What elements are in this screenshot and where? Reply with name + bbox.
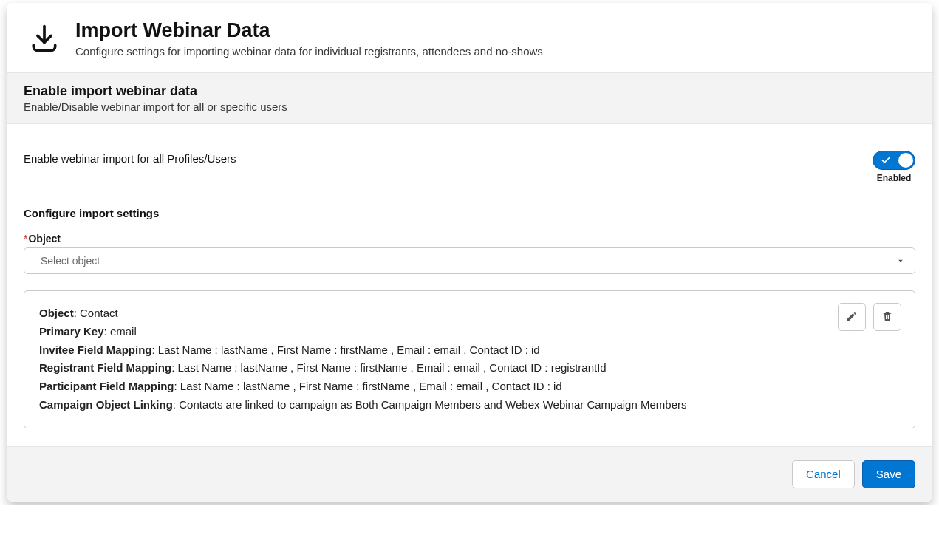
mapping-pk-value: email bbox=[110, 325, 137, 338]
mapping-object-value: Contact bbox=[80, 307, 118, 319]
object-select-placeholder: Select object bbox=[41, 255, 100, 267]
card-actions bbox=[838, 303, 901, 331]
edit-button[interactable] bbox=[838, 303, 866, 331]
object-label-text: Object bbox=[28, 233, 61, 245]
mapping-invitee-value: Last Name : lastName , First Name : firs… bbox=[158, 344, 540, 356]
section-desc: Enable/Disable webinar import for all or… bbox=[24, 100, 915, 113]
mapping-invitee-key: Invitee Field Mapping bbox=[39, 344, 152, 356]
enable-toggle-row: Enable webinar import for all Profiles/U… bbox=[24, 124, 915, 202]
mapping-campaign-line: Campaign Object Linking: Contacts are li… bbox=[39, 396, 689, 414]
enable-toggle-label: Enable webinar import for all Profiles/U… bbox=[24, 151, 236, 165]
mapping-content: Object: Contact Primary Key: email Invit… bbox=[39, 304, 689, 414]
page-subtitle: Configure settings for importing webinar… bbox=[75, 44, 543, 59]
page-title: Import Webinar Data bbox=[75, 19, 543, 42]
mapping-pk-line: Primary Key: email bbox=[39, 323, 689, 341]
enable-toggle-wrap: Enabled bbox=[873, 151, 915, 183]
toggle-knob bbox=[898, 153, 913, 168]
mapping-pk-key: Primary Key bbox=[39, 325, 104, 338]
toggle-state-label: Enabled bbox=[877, 173, 912, 183]
check-icon bbox=[881, 155, 891, 165]
mapping-registrant-line: Registrant Field Mapping: Last Name : la… bbox=[39, 359, 689, 378]
mapping-registrant-value: Last Name : lastName , First Name : firs… bbox=[178, 361, 607, 374]
object-field-label: *Object bbox=[24, 233, 915, 245]
modal-header: Import Webinar Data Configure settings f… bbox=[7, 3, 932, 72]
required-marker: * bbox=[24, 233, 27, 245]
save-button[interactable]: Save bbox=[862, 460, 915, 488]
mapping-card: Object: Contact Primary Key: email Invit… bbox=[24, 290, 915, 428]
chevron-down-icon bbox=[895, 256, 906, 266]
object-select[interactable]: Select object bbox=[24, 247, 915, 274]
pencil-icon bbox=[846, 310, 858, 324]
enable-toggle[interactable] bbox=[873, 151, 915, 170]
enable-section-header: Enable import webinar data Enable/Disabl… bbox=[7, 72, 932, 124]
modal-body: Enable webinar import for all Profiles/U… bbox=[7, 124, 932, 446]
mapping-participant-key: Participant Field Mapping bbox=[39, 380, 174, 392]
mapping-object-key: Object bbox=[39, 307, 74, 319]
mapping-participant-value: Last Name : lastName , First Name : firs… bbox=[180, 380, 562, 392]
mapping-campaign-key: Campaign Object Linking bbox=[39, 398, 173, 411]
delete-button[interactable] bbox=[873, 303, 901, 331]
header-text: Import Webinar Data Configure settings f… bbox=[75, 19, 543, 59]
mapping-registrant-key: Registrant Field Mapping bbox=[39, 361, 171, 374]
download-icon bbox=[28, 22, 61, 55]
mapping-campaign-value: Contacts are linked to campaign as Both … bbox=[179, 398, 686, 411]
import-webinar-modal: Import Webinar Data Configure settings f… bbox=[7, 3, 932, 502]
modal-footer: Cancel Save bbox=[7, 446, 932, 502]
mapping-invitee-line: Invitee Field Mapping: Last Name : lastN… bbox=[39, 341, 689, 360]
trash-icon bbox=[881, 310, 893, 324]
mapping-object-line: Object: Contact bbox=[39, 304, 689, 323]
configure-heading: Configure import settings bbox=[24, 207, 915, 219]
cancel-button[interactable]: Cancel bbox=[792, 460, 855, 488]
section-title: Enable import webinar data bbox=[24, 83, 915, 99]
mapping-participant-line: Participant Field Mapping: Last Name : l… bbox=[39, 378, 689, 396]
